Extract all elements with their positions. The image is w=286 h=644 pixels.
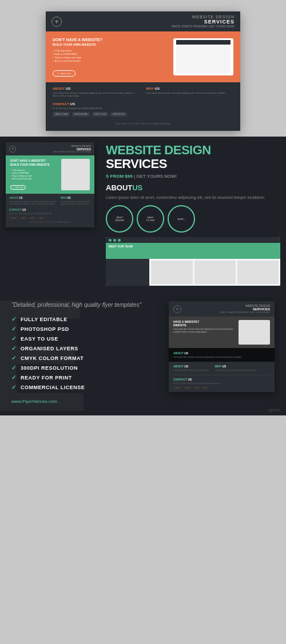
check-icon: ✓	[11, 384, 16, 390]
check-icon: ✓	[11, 374, 16, 381]
bfp-hero-text: Lorem ipsum dolor sit amet consec tetur …	[173, 328, 236, 333]
device-mockup	[173, 38, 233, 75]
big-website-design: WEBSITE DESIGN	[106, 143, 211, 157]
price-strong: S FROM $99	[106, 174, 133, 179]
big-title: WEBSITE DESIGN SERVICES	[106, 143, 280, 171]
about-us-big: ABOUTUS Lorem ipsum dolor sit amet, cons…	[106, 183, 280, 201]
wp-main	[149, 259, 280, 286]
sf-badge: 24/7	[38, 217, 44, 219]
check-icon: ✓	[11, 355, 16, 361]
start-icon: ⊙	[57, 72, 59, 75]
feature-organised: ✓ ORGANISED LAYERS	[11, 345, 160, 351]
plus-icon: +	[51, 17, 62, 27]
mid-left: + WEBSITE DESIGN SERVICES PRICE STARTS F…	[0, 137, 100, 293]
badge-simple: SIMPLE CLEAN	[53, 112, 70, 117]
feature-300dpi: ✓ 300DPI RESOLUTION	[11, 365, 160, 371]
middle-section: + WEBSITE DESIGN SERVICES PRICE STARTS F…	[0, 137, 286, 293]
bfp-hero-left: HAVE A WEBSITE?WEBSITE Lorem ipsum dolor…	[173, 320, 236, 345]
why-heading: WHY US	[146, 87, 233, 90]
sf-why-h: WHY US	[61, 197, 91, 199]
sf-start-button[interactable]: ⊙ Start now!	[10, 185, 26, 190]
services-label: SERVICES	[172, 19, 235, 25]
feature-fully-editable: ✓ FULLY EDITABLE	[11, 316, 160, 322]
bottom-flyer-preview: + WEBSITE DESIGN SERVICES PRICE STARTS F…	[169, 301, 275, 391]
sf-badge: PROF.	[19, 217, 27, 219]
bottom-url: www.FlyerHeroes.com	[11, 399, 160, 404]
hero-title: DON'T HAVE A WEBSITE?	[53, 37, 170, 43]
bfp-about-overlay: ABOUT US Lorem ipsum dolor sit amet, con…	[169, 348, 275, 362]
circle-best-design: BESTDESIGN	[106, 205, 133, 233]
sf-hero-left: DON'T HAVE A WEBSITE?BUILD YOUR OWN WEBS…	[10, 159, 58, 190]
about-text: Lorem ipsum dolor sit amet, consectetur …	[53, 92, 140, 98]
price-suffix: | GET YOURS NOW!	[134, 174, 177, 179]
contact-heading: CONTACT US	[53, 102, 233, 106]
bfp-title: WEBSITE DESIGN SERVICES PRICE STARTS FRO…	[220, 304, 270, 314]
bottom-section: E "Detailed, professional, high quality …	[0, 293, 286, 415]
feature-circles: BESTDESIGN EASYTO USE SUPP...	[106, 205, 280, 233]
bfp-about-p: Lorem ipsum dolor sit amet, consectetur …	[173, 356, 270, 358]
why-text: Lorem ipsum dolor sit amet, consectetur …	[146, 92, 233, 95]
about-big-heading: ABOUTUS	[106, 183, 280, 192]
why-col: WHY US Lorem ipsum dolor sit amet, conse…	[146, 87, 233, 98]
check-icon: ✓	[11, 365, 16, 371]
bfp-about-col-h: ABOUT US	[173, 365, 210, 368]
bfp-why-col-p: Lorem ipsum dolor sit amet consectetur a…	[215, 369, 256, 371]
badge-easy: EASY TO USE	[92, 112, 108, 117]
bfp-why-col: WHY US Lorem ipsum dolor sit amet consec…	[215, 365, 256, 371]
bfp-about-col: ABOUT US Lorem ipsum dolor sit amet, con…	[173, 365, 210, 371]
about-heading: ABOUT US	[53, 87, 140, 90]
feature-easy-use: ✓ EASY TO USE	[11, 335, 160, 342]
check-icon: ✓	[11, 316, 16, 322]
circle-easy-to-use: EASYTO USE	[137, 205, 164, 233]
feature-label: ORGANISED LAYERS	[21, 346, 78, 351]
sf-about-p: Lorem ipsum dolor sit amet, consectetur …	[9, 201, 57, 205]
feature-photoshop: ✓ PHOTOSHOP PSD	[11, 326, 160, 332]
feature-cmyk: ✓ CMYK COLOR FORMAT	[11, 355, 160, 361]
sf-hero-title: DON'T HAVE A WEBSITE?BUILD YOUR OWN WEBS…	[10, 159, 58, 167]
wp-nav-dot	[113, 239, 116, 242]
discount-text: DISCOUNT UP TO 20% FOR THE GRAND OPENING	[53, 120, 233, 126]
bfp-badges: SIMPLE PROF. EASY 24/7	[173, 386, 270, 389]
bottom-left: "Detailed, professional, high quality fl…	[11, 301, 160, 404]
hero-subtitle: BUILD YOUR OWN WEBSITE	[53, 43, 170, 46]
start-button[interactable]: ⊙ Start now!	[53, 70, 76, 77]
top-section: + WEBSITE DESIGN SERVICES PRICE STARTS F…	[0, 0, 286, 137]
bottom-right: + WEBSITE DESIGN SERVICES PRICE STARTS F…	[169, 301, 275, 404]
wp-card	[151, 261, 192, 284]
feature-label: EASY TO USE	[21, 336, 58, 342]
flyer-top-bar: + WEBSITE DESIGN SERVICES PRICE STARTS F…	[46, 11, 240, 31]
bfp-body: ABOUT US Lorem ipsum dolor sit amet, con…	[169, 362, 275, 391]
badge-support: SUPPORT 24/7	[110, 112, 127, 117]
bfp-hero-right	[239, 320, 270, 345]
check-icon: ✓	[11, 335, 16, 342]
bfp-hero-title: HAVE A WEBSITE?WEBSITE	[173, 320, 236, 327]
bfp-contact-h: CONTACT US	[173, 378, 270, 381]
bfp-top: + WEBSITE DESIGN SERVICES PRICE STARTS F…	[169, 301, 275, 317]
feature-label: FULLY EDITABLE	[21, 317, 67, 322]
tagline: "Detailed, professional, high quality fl…	[11, 301, 160, 309]
feature-item: A lot of useful shortcodes	[53, 59, 170, 63]
gfx-watermark: gfxtra	[269, 407, 280, 413]
feature-label: CMYK COLOR FORMAT	[21, 355, 84, 361]
website-design-label: WEBSITE DESIGN	[172, 15, 235, 19]
bfp-hero: HAVE A WEBSITE?WEBSITE Lorem ipsum dolor…	[169, 317, 275, 348]
wp-main-row	[151, 261, 279, 284]
sf-discount: DISCOUNT UP TO 20% FOR THE GRAND OPENING	[9, 219, 91, 225]
flyer-hero-left: DON'T HAVE A WEBSITE? BUILD YOUR OWN WEB…	[53, 37, 170, 77]
check-icon: ✓	[11, 326, 16, 332]
sf-feature: A lot of useful shortcodes	[10, 177, 58, 180]
sf-about-h: ABOUT US	[9, 197, 57, 199]
bfp-badge: PROF.	[184, 386, 191, 389]
bfp-badge: 24/7	[202, 386, 208, 389]
wp-nav	[106, 237, 280, 243]
mid-right: WEBSITE DESIGN SERVICES S FROM $99 | GET…	[100, 137, 286, 293]
bfp-about-col-p: Lorem ipsum dolor sit amet, consectetur …	[173, 369, 210, 371]
check-icon: ✓	[11, 345, 16, 351]
wp-hero-title: Meet Our Team	[109, 245, 277, 248]
wp-nav-dot	[109, 239, 112, 242]
sf-hero: DON'T HAVE A WEBSITE?BUILD YOUR OWN WEBS…	[6, 155, 94, 194]
bfp-about-h: ABOUT US	[173, 351, 270, 355]
sf-title: WEBSITE DESIGN SERVICES PRICE STARTS FRO…	[53, 145, 91, 153]
big-services: SERVICES	[106, 157, 280, 171]
sf-contact-h: CONTACT US	[9, 209, 91, 211]
